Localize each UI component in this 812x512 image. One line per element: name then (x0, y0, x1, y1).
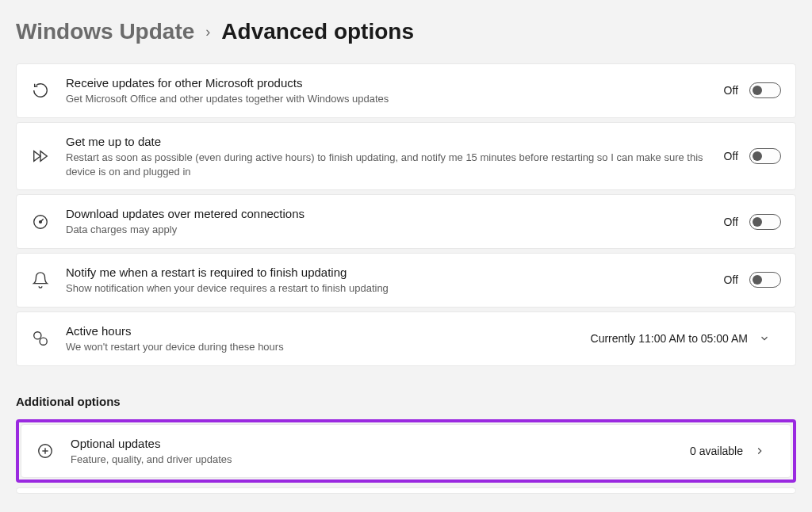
svg-marker-0 (34, 151, 40, 162)
setting-text: Download updates over metered connection… (66, 206, 708, 237)
setting-desc: Feature, quality, and driver updates (71, 453, 674, 467)
setting-text: Notify me when a restart is required to … (66, 265, 708, 296)
bell-icon (31, 270, 50, 289)
toggle-state-label: Off (724, 84, 738, 97)
chevron-right-icon[interactable] (754, 445, 776, 457)
svg-point-3 (40, 220, 42, 223)
setting-title: Active hours (66, 323, 575, 339)
highlight-optional-updates: Optional updates Feature, quality, and d… (16, 419, 796, 483)
toggle-switch[interactable] (749, 214, 781, 230)
setting-desc: Get Microsoft Office and other updates t… (66, 92, 708, 106)
setting-title: Get me up to date (66, 134, 708, 150)
setting-text: Optional updates Feature, quality, and d… (71, 436, 674, 467)
setting-text: Get me up to date Restart as soon as pos… (66, 134, 708, 178)
setting-title: Optional updates (71, 436, 674, 452)
setting-desc: We won't restart your device during thes… (66, 340, 575, 354)
setting-optional-updates[interactable]: Optional updates Feature, quality, and d… (21, 424, 791, 479)
setting-desc: Data charges may apply (66, 223, 708, 237)
chevron-right-icon: › (205, 24, 210, 40)
active-hours-value: Currently 11:00 AM to 05:00 AM (591, 332, 748, 345)
setting-active-hours[interactable]: Active hours We won't restart your devic… (16, 311, 796, 366)
toggle-state-label: Off (724, 150, 738, 162)
setting-title: Download updates over metered connection… (66, 206, 708, 222)
page-title: Advanced options (221, 19, 414, 44)
setting-text: Receive updates for other Microsoft prod… (66, 75, 708, 106)
breadcrumb-parent[interactable]: Windows Update (16, 19, 194, 44)
setting-desc: Restart as soon as possible (even during… (66, 151, 708, 178)
svg-point-5 (40, 338, 47, 345)
toggle-state-label: Off (724, 216, 738, 228)
plus-circle-icon (36, 441, 55, 460)
svg-marker-1 (40, 151, 47, 162)
toggle-switch[interactable] (749, 272, 781, 288)
optional-updates-count: 0 available (690, 445, 743, 457)
toggle-state-label: Off (724, 273, 738, 286)
setting-receive-updates-other-products[interactable]: Receive updates for other Microsoft prod… (16, 63, 796, 118)
setting-title: Receive updates for other Microsoft prod… (66, 75, 708, 91)
sync-icon (31, 81, 50, 100)
svg-point-4 (34, 332, 41, 339)
breadcrumb: Windows Update › Advanced options (16, 19, 796, 44)
setting-desc: Show notification when your device requi… (66, 281, 708, 296)
setting-get-me-up-to-date[interactable]: Get me up to date Restart as soon as pos… (16, 122, 796, 190)
toggle-switch[interactable] (749, 148, 781, 164)
fast-forward-icon (31, 147, 50, 166)
chevron-down-icon[interactable] (759, 333, 781, 344)
active-hours-icon (31, 329, 50, 348)
setting-next-partial[interactable] (16, 487, 796, 494)
setting-title: Notify me when a restart is required to … (66, 265, 708, 281)
gauge-icon (31, 212, 50, 231)
setting-restart-notify[interactable]: Notify me when a restart is required to … (16, 253, 796, 308)
setting-text: Active hours We won't restart your devic… (66, 323, 575, 354)
section-additional-options: Additional options (16, 395, 796, 408)
toggle-switch[interactable] (749, 82, 781, 98)
setting-metered-connections[interactable]: Download updates over metered connection… (16, 194, 796, 249)
